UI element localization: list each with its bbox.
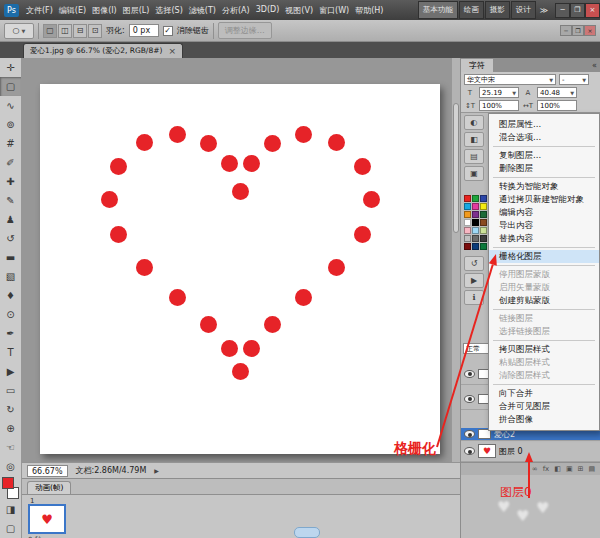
workspace-button-3[interactable]: 设计 <box>511 1 536 19</box>
history-brush-tool[interactable]: ↺ <box>0 229 21 248</box>
workspace-button-1[interactable]: 绘画 <box>459 1 484 19</box>
marquee-tool[interactable]: ▢ <box>0 77 21 96</box>
color-swatch[interactable] <box>472 227 479 234</box>
tool-preset-picker[interactable]: ○ ▼ <box>4 23 34 39</box>
workspace-button-0[interactable]: 基本功能 <box>418 1 458 19</box>
zoom-level-field[interactable]: 66.67% <box>27 465 68 477</box>
3d-orbit-tool[interactable]: ⊕ <box>0 419 21 438</box>
menubar-item-1[interactable]: 编辑(E) <box>56 1 89 20</box>
color-swatch[interactable] <box>472 195 479 202</box>
info-panel-icon[interactable]: ℹ <box>464 290 484 305</box>
antialias-checkbox[interactable]: ✓ <box>163 26 173 36</box>
lasso-tool[interactable]: ∿ <box>0 96 21 115</box>
restore-button[interactable]: ❐ <box>570 3 585 18</box>
dodge-tool[interactable]: ⊙ <box>0 305 21 324</box>
color-swatch[interactable] <box>480 235 487 242</box>
menubar-item-6[interactable]: 分析(A) <box>219 1 253 20</box>
zoom-tool[interactable]: ◎ <box>0 457 21 476</box>
color-swatch[interactable] <box>480 203 487 210</box>
color-swatch[interactable] <box>472 211 479 218</box>
menubar-item-3[interactable]: 图层(L) <box>120 1 153 20</box>
blur-tool[interactable]: ♦ <box>0 286 21 305</box>
document-tab[interactable]: 爱心1.jpg @ 66.7% (爱心2, RGB/8#) × <box>23 43 183 58</box>
crop-tool[interactable]: # <box>0 134 21 153</box>
eyedropper-tool[interactable]: ✐ <box>0 153 21 172</box>
visibility-eye-icon[interactable] <box>464 395 475 403</box>
actions-panel-icon[interactable]: ▶ <box>464 273 484 288</box>
gradient-tool[interactable]: ▧ <box>0 267 21 286</box>
hand-tool[interactable]: ☜ <box>0 438 21 457</box>
scrollbar-thumb[interactable] <box>453 103 459 233</box>
close-icon[interactable]: × <box>168 47 176 56</box>
menubar-item-10[interactable]: 帮助(H) <box>352 1 386 20</box>
context-menu-item-27[interactable]: 拼合图像 <box>489 413 599 426</box>
move-tool[interactable]: ✛ <box>0 58 21 77</box>
color-swatch[interactable] <box>472 219 479 226</box>
visibility-eye-icon[interactable] <box>464 430 475 438</box>
channels-panel-icon[interactable]: ▣ <box>464 166 484 181</box>
selection-mode-0[interactable]: ▢ <box>43 24 57 38</box>
context-menu-item-26[interactable]: 合并可见图层 <box>489 400 599 413</box>
context-menu-item-1[interactable]: 混合选项... <box>489 131 599 144</box>
close-button[interactable]: × <box>585 3 600 18</box>
add-mask-icon[interactable]: ◧ <box>554 465 561 473</box>
styles-panel-icon[interactable]: ▤ <box>464 149 484 164</box>
type-tool[interactable]: T <box>0 343 21 362</box>
status-options-icon[interactable]: ▶ <box>154 467 159 474</box>
tab-character[interactable]: 字符 <box>461 59 493 72</box>
healing-brush-tool[interactable]: ✚ <box>0 172 21 191</box>
context-menu-item-10[interactable]: 替换内容 <box>489 232 599 245</box>
context-menu-item-7[interactable]: 通过拷贝新建智能对象 <box>489 193 599 206</box>
workspace-button-2[interactable]: 摄影 <box>485 1 510 19</box>
minimize-button[interactable]: ─ <box>560 25 572 36</box>
selection-mode-1[interactable]: ◫ <box>58 24 72 38</box>
menubar-item-9[interactable]: 窗口(W) <box>316 1 352 20</box>
color-swatch[interactable] <box>464 243 471 250</box>
color-chips[interactable] <box>0 476 21 500</box>
context-menu-item-25[interactable]: 向下合并 <box>489 387 599 400</box>
color-swatch[interactable] <box>464 195 471 202</box>
brush-tool[interactable]: ✎ <box>0 191 21 210</box>
restore-button[interactable]: ❐ <box>572 25 584 36</box>
font-size-select[interactable]: 25.19 ▼ <box>479 87 519 98</box>
color-swatch[interactable] <box>480 227 487 234</box>
color-swatch[interactable] <box>472 203 479 210</box>
menubar-item-7[interactable]: 3D(D) <box>253 1 283 20</box>
font-family-select[interactable]: 华文中宋 ▼ <box>464 74 556 85</box>
feather-input[interactable]: 0 px <box>129 24 159 37</box>
quick-mask-button[interactable]: ◨ <box>0 500 21 519</box>
horizontal-scale-field[interactable]: 100% <box>537 100 577 111</box>
foreground-color-chip[interactable] <box>2 477 14 489</box>
context-menu-item-4[interactable]: 删除图层 <box>489 162 599 175</box>
vertical-scale-field[interactable]: 100% <box>479 100 519 111</box>
context-menu-item-8[interactable]: 编辑内容 <box>489 206 599 219</box>
adjustment-layer-icon[interactable]: ▣ <box>566 465 573 473</box>
document-canvas[interactable] <box>40 84 440 454</box>
animation-frame[interactable]: ♥ <box>28 504 66 534</box>
leading-select[interactable]: 40.48 ▼ <box>537 87 577 98</box>
layer-row-layer0[interactable]: ♥ 图层 0 <box>461 441 600 462</box>
new-layer-icon[interactable]: ⊞ <box>578 465 584 473</box>
selection-mode-3[interactable]: ⊡ <box>88 24 102 38</box>
tab-animation-frames[interactable]: 动画(帧) <box>27 481 71 494</box>
history-panel-icon[interactable]: ↺ <box>464 256 484 271</box>
path-select-tool[interactable]: ▶ <box>0 362 21 381</box>
menubar-item-4[interactable]: 选择(S) <box>152 1 185 20</box>
adjustments-panel-icon[interactable]: ◐ <box>464 115 484 130</box>
color-swatch[interactable] <box>472 243 479 250</box>
color-swatch[interactable] <box>480 243 487 250</box>
menubar-item-8[interactable]: 视图(V) <box>282 1 316 20</box>
3d-rotate-tool[interactable]: ↻ <box>0 400 21 419</box>
visibility-eye-icon[interactable] <box>464 370 475 378</box>
masks-panel-icon[interactable]: ◧ <box>464 132 484 147</box>
layer-thumbnail[interactable]: ♥ <box>478 444 496 458</box>
minimize-button[interactable]: ─ <box>555 3 570 18</box>
color-swatch[interactable] <box>464 227 471 234</box>
color-swatch[interactable] <box>464 203 471 210</box>
color-swatch[interactable] <box>480 219 487 226</box>
screen-mode-button[interactable]: ▢ <box>0 519 21 538</box>
layer-style-icon[interactable]: fx <box>543 465 550 473</box>
eraser-tool[interactable]: ▬ <box>0 248 21 267</box>
quick-select-tool[interactable]: ⊚ <box>0 115 21 134</box>
context-menu-item-9[interactable]: 导出内容 <box>489 219 599 232</box>
